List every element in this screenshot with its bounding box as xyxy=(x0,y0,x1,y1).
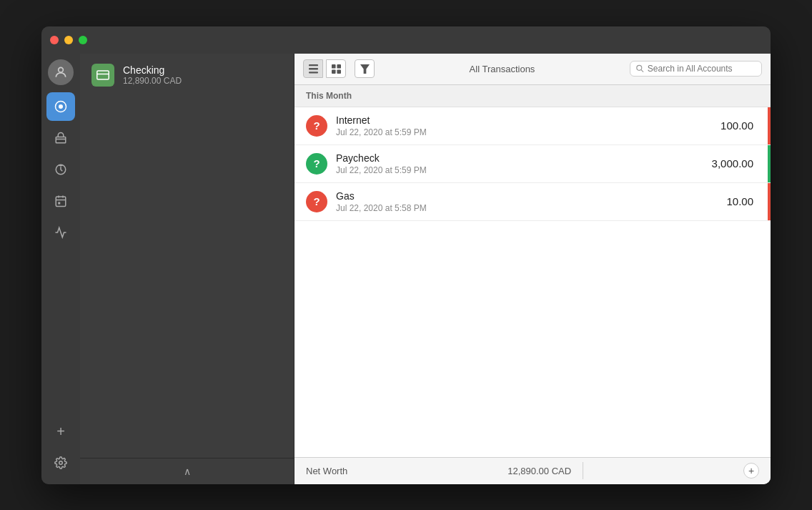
maximize-button[interactable] xyxy=(79,36,87,44)
svg-rect-16 xyxy=(309,72,318,73)
transaction-amount: 10.00 xyxy=(726,195,753,207)
grid-view-button[interactable] xyxy=(326,59,346,78)
transaction-date: Jul 22, 2020 at 5:59 PM xyxy=(336,127,721,137)
transaction-details: Internet Jul 22, 2020 at 5:59 PM xyxy=(336,114,721,137)
transaction-icon-internet: ? xyxy=(306,115,327,137)
account-balance: 12,890.00 CAD xyxy=(123,76,182,86)
transactions-area: This Month ? Internet Jul 22, 2020 at 5:… xyxy=(294,85,771,457)
net-worth-label: Net Worth xyxy=(306,466,347,476)
titlebar xyxy=(41,26,771,54)
svg-point-0 xyxy=(59,67,64,72)
add-icon: + xyxy=(748,465,754,476)
svg-point-2 xyxy=(59,104,63,109)
transaction-name: Paycheck xyxy=(336,152,712,164)
transaction-details: Gas Jul 22, 2020 at 5:58 PM xyxy=(336,190,726,213)
svg-rect-12 xyxy=(97,71,109,79)
nav-bottom: + xyxy=(46,417,75,484)
app-window: + Checking xyxy=(41,26,771,484)
account-name: Checking xyxy=(123,64,182,76)
collapse-sidebar-button[interactable]: ∧ xyxy=(80,458,294,484)
main-area: + Checking xyxy=(41,54,771,484)
status-indicator xyxy=(768,107,771,144)
nav-settings[interactable] xyxy=(46,448,75,477)
svg-point-22 xyxy=(637,65,642,70)
add-icon: + xyxy=(56,424,65,438)
account-details: Checking 12,890.00 CAD xyxy=(123,64,182,86)
search-icon xyxy=(636,64,644,73)
view-toggle-group xyxy=(303,59,346,78)
content-area: All Transactions This Month ? xyxy=(294,54,771,484)
section-header-this-month: This Month xyxy=(294,85,771,107)
svg-rect-17 xyxy=(332,64,336,69)
nav-budget[interactable] xyxy=(46,155,75,184)
nav-reports[interactable] xyxy=(46,218,75,247)
close-button[interactable] xyxy=(50,36,59,44)
transaction-name: Gas xyxy=(336,190,726,202)
bottom-bar-divider xyxy=(583,462,583,479)
status-indicator xyxy=(768,145,771,182)
nav-top xyxy=(46,59,75,417)
account-item-checking[interactable]: Checking 12,890.00 CAD xyxy=(80,54,294,97)
bottom-bar: Net Worth 12,890.00 CAD + xyxy=(294,457,771,484)
transaction-row[interactable]: ? Gas Jul 22, 2020 at 5:58 PM 10.00 xyxy=(294,183,771,221)
collapse-icon: ∧ xyxy=(184,466,191,477)
svg-rect-3 xyxy=(56,137,66,142)
search-box[interactable] xyxy=(630,61,762,77)
transaction-date: Jul 22, 2020 at 5:59 PM xyxy=(336,165,712,175)
transaction-date: Jul 22, 2020 at 5:58 PM xyxy=(336,203,726,213)
transaction-amount: 3,000.00 xyxy=(712,157,753,170)
filter-button[interactable] xyxy=(355,59,375,78)
svg-rect-20 xyxy=(337,69,341,74)
add-transaction-button[interactable]: + xyxy=(743,463,759,479)
traffic-lights xyxy=(50,36,87,44)
transaction-name: Internet xyxy=(336,114,721,126)
nav-accounts[interactable] xyxy=(46,124,75,152)
transaction-icon-paycheck: ? xyxy=(306,153,327,175)
svg-rect-10 xyxy=(58,202,60,204)
account-sidebar: Checking 12,890.00 CAD ∧ xyxy=(80,54,294,484)
status-indicator xyxy=(768,183,771,220)
account-icon xyxy=(91,64,114,87)
toolbar: All Transactions xyxy=(294,54,771,85)
toolbar-title: All Transactions xyxy=(380,64,624,74)
nav-overview[interactable] xyxy=(46,92,75,121)
transaction-row[interactable]: ? Internet Jul 22, 2020 at 5:59 PM 100.0… xyxy=(294,107,771,145)
transaction-icon-gas: ? xyxy=(306,191,327,212)
minimize-button[interactable] xyxy=(64,36,73,44)
list-view-button[interactable] xyxy=(303,59,323,78)
icon-nav: + xyxy=(41,54,80,484)
svg-line-23 xyxy=(641,70,643,72)
svg-rect-6 xyxy=(56,197,66,207)
svg-marker-21 xyxy=(360,64,370,74)
svg-point-11 xyxy=(59,461,63,464)
transaction-amount: 100.00 xyxy=(721,119,753,132)
svg-rect-15 xyxy=(309,68,318,69)
svg-rect-14 xyxy=(309,64,318,66)
nav-calendar[interactable] xyxy=(46,187,75,215)
nav-add[interactable]: + xyxy=(46,417,75,446)
svg-rect-18 xyxy=(337,64,341,69)
svg-rect-19 xyxy=(332,69,336,74)
transaction-details: Paycheck Jul 22, 2020 at 5:59 PM xyxy=(336,152,712,175)
transaction-row[interactable]: ? Paycheck Jul 22, 2020 at 5:59 PM 3,000… xyxy=(294,145,771,183)
search-input[interactable] xyxy=(648,64,756,74)
net-worth-value: 12,890.00 CAD xyxy=(508,466,571,476)
user-avatar[interactable] xyxy=(48,59,74,85)
